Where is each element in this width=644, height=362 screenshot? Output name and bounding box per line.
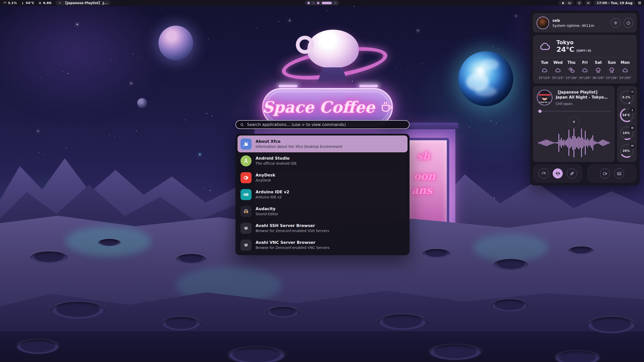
bush	[411, 231, 427, 244]
cloud-icon	[554, 67, 562, 74]
star	[543, 187, 543, 187]
now-playing-pill[interactable]: 【Japanese Playlist】 J...	[56, 1, 110, 5]
wave-bar	[572, 136, 573, 150]
settings-button[interactable]	[611, 18, 620, 28]
star	[491, 121, 491, 121]
screenshot-button[interactable]	[614, 168, 624, 178]
wave-bar	[547, 140, 548, 146]
wave-bar	[566, 140, 567, 146]
star	[449, 59, 449, 59]
speedometer-icon	[3, 1, 7, 5]
power-button[interactable]	[624, 18, 633, 28]
search-icon	[240, 122, 244, 127]
star	[305, 17, 305, 17]
gauge-disk: 24%	[620, 144, 634, 158]
power-profile-group	[533, 164, 582, 183]
volume-button[interactable]	[585, 1, 591, 5]
moon-surface-foreground	[0, 286, 644, 362]
star	[300, 15, 300, 15]
teal-patch	[176, 266, 282, 304]
star	[640, 165, 640, 166]
forecast-sat: Sat36°/26°	[592, 60, 605, 80]
small-moon	[137, 98, 147, 108]
cloud-icon	[621, 67, 629, 74]
result-avahi-vnc-server-browser[interactable]: Avahi VNC Server BrowserBrowse for Zeroc…	[237, 237, 408, 253]
star	[255, 102, 255, 103]
window-neon-text: sh	[417, 150, 430, 162]
screen-record-button[interactable]	[600, 168, 610, 178]
wave-bar	[542, 141, 543, 145]
result-about-xfce[interactable]: About XfceInformation about the Xfce Des…	[237, 135, 408, 152]
wave-bar	[565, 141, 566, 145]
star	[496, 123, 497, 124]
earth-planet	[458, 51, 513, 106]
forecast-day: Wed	[553, 60, 563, 65]
wave-bar	[553, 142, 554, 144]
profile-performance-button[interactable]	[539, 168, 549, 178]
wave-bar	[605, 141, 606, 145]
pet-icon[interactable]	[561, 1, 565, 5]
seek-track	[537, 111, 611, 112]
star	[183, 194, 183, 195]
wave-bar	[548, 140, 549, 145]
search-input[interactable]: Search applications... (use > to view co…	[235, 120, 410, 129]
notifications-button[interactable]	[576, 1, 583, 5]
result-subtitle: Browse for Zeroconf-enabled VNC Servers	[256, 246, 330, 250]
nebula	[0, 0, 171, 116]
sign-lamp	[279, 85, 297, 87]
star	[352, 81, 353, 81]
wave-bar	[561, 138, 562, 148]
workspace-3-occupied[interactable]	[317, 2, 319, 4]
wave-bar	[555, 142, 555, 143]
system-uptime: System Uptime: 4h11m	[552, 24, 608, 28]
wave-bar	[590, 139, 591, 146]
bright-star	[289, 20, 290, 21]
result-anydesk[interactable]: AnyDeskAnyDesk	[237, 169, 408, 186]
user-card: seb System Uptime: 4h11m	[533, 13, 637, 32]
track-title: 【Japanese Playlist】 Japan All Night - To…	[556, 90, 611, 100]
storm-rain-icon	[608, 67, 616, 74]
star	[278, 21, 279, 22]
workspace-1-occupied[interactable]	[307, 2, 310, 4]
result-subtitle: Browse for Zeroconf-enabled SSH Servers	[256, 229, 329, 233]
result-arduino-ide-v2[interactable]: Arduino IDE v2Arduino IDE v2	[237, 186, 408, 203]
forecast-temps: 33°/26°	[565, 76, 578, 80]
seek-handle[interactable]	[538, 110, 542, 113]
window-neon-text: ans	[412, 184, 432, 196]
forecast-temps: 33°/26°	[606, 76, 618, 80]
star	[257, 28, 257, 28]
play-pause-button[interactable]	[568, 116, 580, 128]
clock[interactable]: 17:09 - Tue, 19 Aug	[594, 1, 635, 5]
bush	[437, 230, 453, 243]
weather-temp: 24°C	[556, 46, 574, 53]
workspace-2-empty[interactable]	[312, 2, 315, 4]
star	[519, 42, 519, 42]
result-android-studio[interactable]: Android StudioThe official Android IDE	[237, 152, 408, 169]
moon-surface-bottom	[0, 331, 644, 362]
workspace-5-empty[interactable]	[334, 2, 337, 4]
weather-timezone: (GMT+9)	[576, 49, 591, 53]
star	[163, 126, 163, 126]
overview-grid-button[interactable]	[638, 1, 641, 5]
album-art-label: TOKYO L	[537, 101, 552, 104]
star	[228, 107, 228, 107]
star	[492, 46, 493, 47]
stat-value: 54°C	[26, 1, 34, 5]
audio-visualizer	[537, 128, 611, 158]
result-subtitle: Sound Editor	[256, 212, 278, 216]
crater	[491, 299, 528, 312]
forecast-tue: Tue33°/24°	[538, 60, 551, 80]
thermometer-icon	[21, 1, 24, 5]
workspace-4-active[interactable]	[322, 2, 332, 4]
result-avahi-ssh-server-browser[interactable]: Avahi SSH Server BrowserBrowse for Zeroc…	[237, 220, 408, 237]
profile-power-saver-button[interactable]	[567, 168, 577, 178]
bush	[445, 234, 458, 244]
image-icon[interactable]	[568, 1, 571, 5]
star	[161, 201, 162, 201]
profile-balanced-button[interactable]	[553, 168, 563, 178]
star	[62, 71, 63, 72]
gauge-cpu-temp: 54°C	[620, 108, 634, 122]
result-audacity[interactable]: AudacitySound Editor	[237, 203, 408, 220]
speedometer-icon	[629, 89, 635, 95]
seek-bar[interactable]	[537, 110, 611, 113]
